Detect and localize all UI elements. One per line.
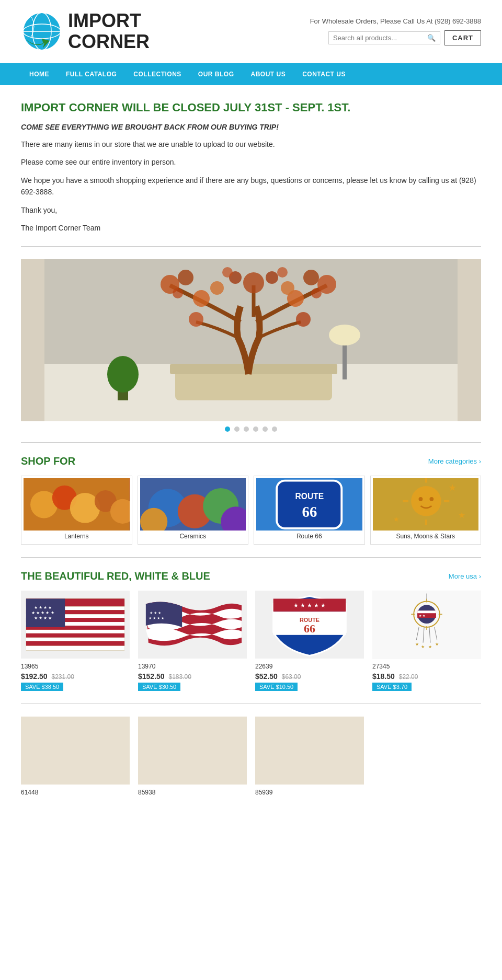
svg-point-20: [189, 312, 203, 327]
announcement-section: IMPORT CORNER WILL BE CLOSED JULY 31ST -…: [21, 101, 481, 234]
svg-text:★: ★: [415, 642, 419, 647]
logo-text: IMPORT CORNER: [68, 10, 150, 52]
svg-point-28: [222, 267, 233, 278]
svg-point-15: [193, 290, 210, 307]
product-13965-id: 13965: [21, 663, 130, 670]
section-divider-2: [21, 704, 481, 704]
product-13970[interactable]: ★ ★ ★ ★ ★ ★ ★ 13970 $152.50 $183.00 SAVE…: [138, 591, 247, 691]
logo-globe-icon: [21, 10, 63, 52]
carousel-divider: [21, 442, 481, 443]
svg-point-16: [243, 272, 264, 293]
carousel: [21, 259, 481, 432]
svg-text:★ ★ ★ ★ ★: ★ ★ ★ ★ ★: [293, 603, 326, 609]
svg-point-22: [210, 281, 224, 295]
logo-area[interactable]: IMPORT CORNER: [21, 10, 150, 52]
more-usa-link[interactable]: More usa ›: [449, 572, 481, 580]
more-categories-link[interactable]: More categories ›: [428, 457, 481, 465]
category-lanterns[interactable]: Lanterns: [21, 476, 132, 545]
cart-button[interactable]: CART: [444, 30, 481, 45]
categories-grid: Lanterns Ceramics: [21, 476, 481, 545]
svg-text:★: ★: [421, 644, 425, 649]
product-27345-image: ★ ★ ★ ★ ★ ★: [372, 591, 481, 659]
announcement-title: IMPORT CORNER WILL BE CLOSED JULY 31ST -…: [21, 101, 481, 114]
category-suns-image: ★ ★ ★: [373, 478, 479, 531]
category-lanterns-image: [24, 478, 130, 531]
category-suns-label: Suns, Moons & Stars: [373, 531, 479, 542]
category-ceramics-label: Ceramics: [140, 531, 246, 542]
search-box[interactable]: 🔍: [328, 31, 440, 44]
svg-text:★: ★: [428, 644, 432, 649]
product-27345-id: 27345: [372, 663, 481, 670]
carousel-dot-2[interactable]: [234, 426, 239, 432]
nav-full-catalog[interactable]: FULL CATALOG: [58, 63, 125, 85]
svg-text:66: 66: [304, 622, 315, 635]
announcement-para3: We hope you have a smooth shopping exper…: [21, 175, 481, 198]
product-85938[interactable]: 85938: [138, 717, 247, 798]
product-13965-save: SAVE $38.50: [21, 683, 63, 691]
product-flag1-svg: ★ ★ ★ ★ ★ ★ ★ ★ ★ ★ ★ ★ ★: [21, 591, 130, 659]
svg-text:★ ★ ★ ★ ★: ★ ★ ★ ★ ★: [31, 611, 54, 616]
carousel-dot-1[interactable]: [225, 426, 230, 432]
svg-point-21: [296, 312, 311, 327]
svg-text:★ ★: ★ ★: [419, 614, 425, 617]
svg-point-53: [429, 497, 433, 501]
header-right: For Wholesale Orders, Please Call Us At …: [310, 17, 481, 45]
category-suns[interactable]: ★ ★ ★ Suns, Moons & Stars: [370, 476, 482, 545]
category-ceramics-image: [140, 478, 246, 531]
rwb-title: THE BEAUTIFUL RED, WHITE & BLUE: [21, 570, 210, 582]
announcement-para4: Thank you,: [21, 204, 481, 216]
nav-about-us[interactable]: ABOUT US: [243, 63, 294, 85]
products-grid-2: 61448 85938 85939: [21, 717, 481, 798]
product-61448[interactable]: 61448: [21, 717, 130, 798]
shop-for-title: SHOP FOR: [21, 455, 75, 467]
svg-point-25: [266, 271, 278, 284]
nav-collections[interactable]: COLLECTIONS: [125, 63, 190, 85]
nav-our-blog[interactable]: OUR BLOG: [190, 63, 243, 85]
svg-text:ROUTE: ROUTE: [295, 492, 324, 501]
product-61448-image: [21, 717, 130, 785]
nav-contact-us[interactable]: CONTACT US: [294, 63, 354, 85]
svg-point-10: [329, 325, 360, 345]
carousel-dot-4[interactable]: [253, 426, 258, 432]
svg-point-47: [411, 486, 441, 516]
product-27345-price: $18.50 $22.00: [372, 672, 481, 681]
svg-point-12: [107, 356, 139, 393]
main-nav: HOME FULL CATALOG COLLECTIONS OUR BLOG A…: [0, 63, 502, 85]
carousel-image[interactable]: [21, 259, 481, 421]
product-27345[interactable]: ★ ★ ★ ★ ★ ★ 27345 $18.50: [372, 591, 481, 691]
announcement-divider: [21, 246, 481, 247]
product-13965[interactable]: ★ ★ ★ ★ ★ ★ ★ ★ ★ ★ ★ ★ ★ 13965 $192.50 …: [21, 591, 130, 691]
svg-point-14: [178, 270, 193, 285]
svg-text:66: 66: [302, 503, 317, 520]
carousel-tree-art: [21, 259, 481, 421]
product-13970-image: ★ ★ ★ ★ ★ ★ ★: [138, 591, 247, 659]
main-content: IMPORT CORNER WILL BE CLOSED JULY 31ST -…: [0, 85, 502, 814]
product-13970-save: SAVE $30.50: [138, 683, 180, 691]
category-ceramics[interactable]: Ceramics: [138, 476, 249, 545]
nav-home[interactable]: HOME: [21, 63, 58, 85]
category-route66-label: Route 66: [256, 531, 362, 542]
route66-svg: ROUTE 66: [256, 478, 362, 531]
product-13965-price: $192.50 $231.00: [21, 672, 130, 681]
carousel-dot-3[interactable]: [244, 426, 249, 432]
category-route66[interactable]: ROUTE 66 Route 66: [254, 476, 365, 545]
svg-text:★: ★: [448, 482, 456, 493]
product-85938-image: [138, 717, 247, 785]
product-22639[interactable]: ★ ★ ★ ★ ★ ROUTE 66 22639 $52.50 $63.00 S…: [255, 591, 364, 691]
category-lanterns-label: Lanterns: [24, 531, 130, 542]
product-85939[interactable]: 85939: [255, 717, 364, 798]
announcement-para2: Please come see our entire inventory in …: [21, 156, 481, 168]
rwb-header: THE BEAUTIFUL RED, WHITE & BLUE More usa…: [21, 570, 481, 582]
shop-for-section: SHOP FOR More categories › Lanterns: [21, 455, 481, 545]
product-27345-save: SAVE $3.70: [372, 683, 412, 691]
search-input[interactable]: [333, 34, 427, 42]
product-22639-price: $52.50 $63.00: [255, 672, 364, 681]
product-85938-id: 85938: [138, 789, 247, 796]
carousel-dot-6[interactable]: [272, 426, 277, 432]
product-85939-id: 85939: [255, 789, 364, 796]
product-22639-save: SAVE $10.50: [255, 683, 298, 691]
carousel-dots: [21, 426, 481, 432]
svg-text:★ ★ ★ ★: ★ ★ ★ ★: [149, 616, 164, 620]
carousel-dot-5[interactable]: [263, 426, 268, 432]
product-sun-svg: ★ ★ ★ ★ ★ ★: [372, 591, 481, 659]
